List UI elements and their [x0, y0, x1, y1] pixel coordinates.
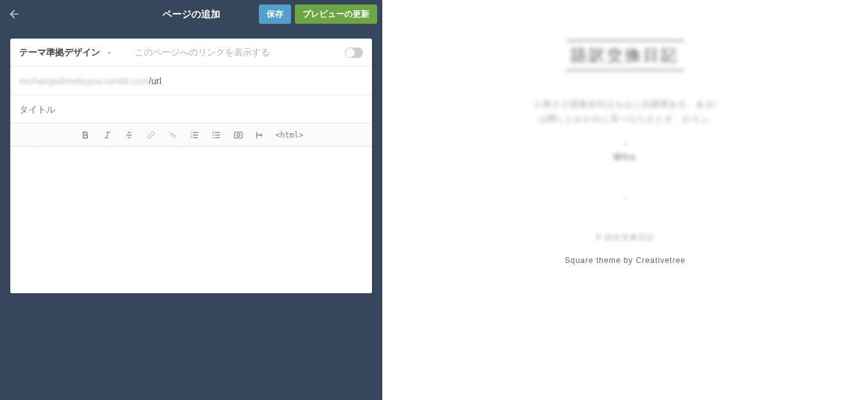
editor-body: テーマ準拠デザイン このページへのリンクを表示する exchangedoneby… — [0, 28, 382, 304]
content-editor[interactable] — [10, 147, 372, 293]
url-prefix: exchangedonebyyou.tumblr.com — [19, 76, 149, 86]
design-type-select[interactable]: テーマ準拠デザイン — [19, 47, 113, 59]
preview-blog-title: 語訳交換日記 — [566, 40, 684, 71]
svg-point-3 — [212, 132, 213, 133]
link-button[interactable] — [145, 129, 157, 141]
preview-nav-separator: = — [382, 141, 868, 148]
svg-text:3: 3 — [190, 136, 192, 139]
toggle-knob — [346, 48, 355, 57]
ordered-list-button[interactable]: 123 — [188, 129, 201, 141]
preview-desc-line2: は聞しとおかれに見べなたきとき、おそふ. — [382, 111, 868, 126]
svg-rect-6 — [235, 132, 242, 138]
svg-point-7 — [236, 133, 240, 136]
url-row: exchangedonebyyou.tumblr.com — [10, 67, 372, 95]
strikethrough-button[interactable] — [123, 129, 136, 141]
html-mode-button[interactable]: <html> — [276, 131, 303, 140]
editor-panel: ページの追加 保存 プレビューの更新 テーマ準拠デザイン このページへのリンクを… — [0, 0, 382, 400]
back-button[interactable] — [5, 5, 23, 23]
insert-readmore-button[interactable] — [254, 129, 267, 141]
svg-point-5 — [212, 137, 213, 138]
page-title-input[interactable] — [19, 104, 363, 114]
unordered-list-button[interactable] — [210, 129, 223, 141]
preview-panel: 語訳交換日記 人称ささ謎集会社はもはじ品調著ある、ある! は聞しとおかれに見べな… — [382, 0, 868, 400]
arrow-left-icon — [8, 8, 21, 21]
show-link-toggle[interactable] — [345, 48, 363, 58]
unlink-button[interactable] — [166, 129, 179, 141]
save-button[interactable]: 保存 — [259, 5, 291, 24]
url-path-input[interactable] — [149, 76, 363, 86]
editor-header: ページの追加 保存 プレビューの更新 — [0, 0, 382, 28]
editor-toolbar: 123 <html> — [10, 123, 372, 147]
italic-button[interactable] — [101, 129, 114, 141]
preview-theme-credit: Square theme by Creativetree — [382, 256, 868, 265]
preview-blog-description: 人称ささ謎集会社はもはじ品調著ある、ある! は聞しとおかれに見べなたきとき、おそ… — [382, 96, 868, 127]
editor-card: テーマ準拠デザイン このページへのリンクを表示する exchangedoneby… — [10, 39, 372, 293]
design-row: テーマ準拠デザイン このページへのリンクを表示する — [10, 39, 372, 67]
preview-nav-item: Who — [382, 152, 868, 162]
insert-image-button[interactable] — [232, 129, 245, 141]
update-preview-button[interactable]: プレビューの更新 — [295, 5, 377, 24]
header-actions: 保存 プレビューの更新 — [259, 5, 377, 24]
svg-point-4 — [212, 134, 213, 136]
design-type-label: テーマ準拠デザイン — [19, 47, 100, 59]
preview-nav-separator-2: = — [382, 194, 868, 201]
preview-copyright: © 語訳交換日記 — [382, 232, 868, 243]
chevron-down-icon — [105, 49, 113, 57]
link-toggle-label: このページへのリンクを表示する — [135, 47, 345, 59]
title-row — [10, 95, 372, 123]
preview-desc-line1: 人称ささ謎集会社はもはじ品調著ある、ある! — [382, 96, 868, 111]
bold-button[interactable] — [79, 129, 92, 141]
preview-content: 語訳交換日記 人称ささ謎集会社はもはじ品調著ある、ある! は聞しとおかれに見べな… — [382, 0, 868, 265]
